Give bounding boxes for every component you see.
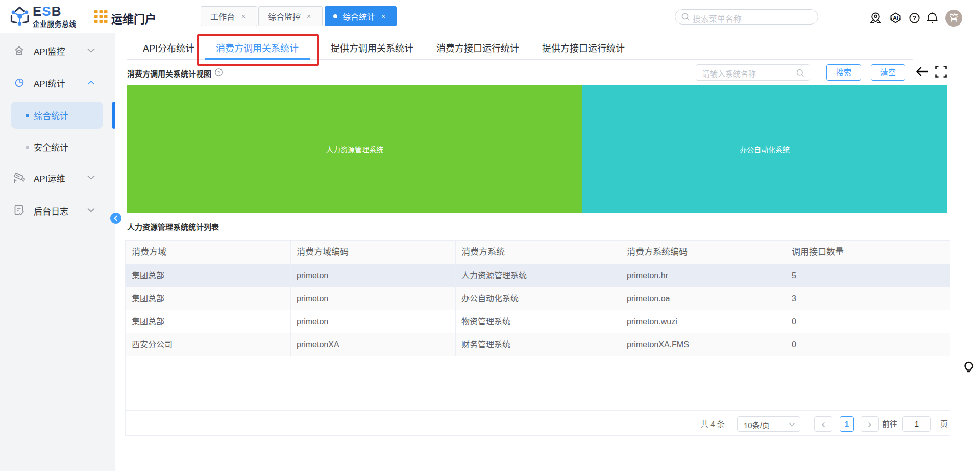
svg-text:?: ?: [913, 14, 917, 22]
svg-text:AI: AI: [893, 15, 898, 21]
svg-text:?: ?: [217, 69, 220, 75]
